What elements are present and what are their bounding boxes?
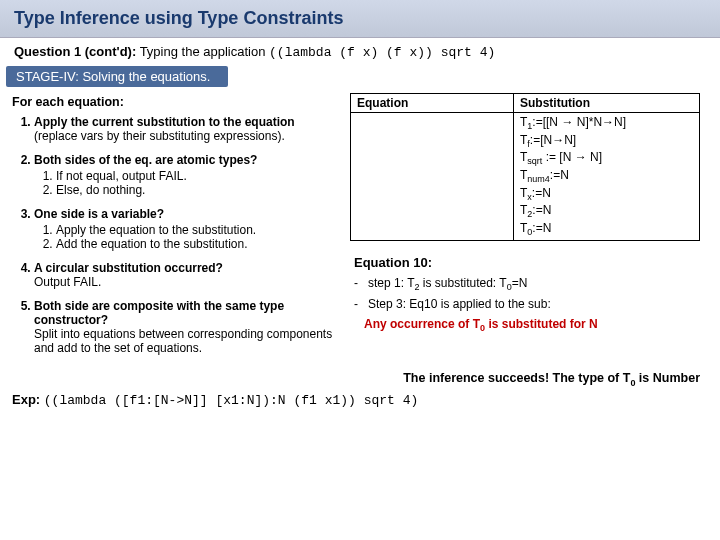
arrow-icon	[602, 115, 614, 129]
question-label: Question 1 (cont'd):	[14, 44, 136, 59]
question-code: ((lambda (f x) (f x)) sqrt 4)	[269, 45, 495, 60]
stage-label: STAGE-IV: Solving the equations.	[6, 66, 228, 87]
exp-line: Exp: ((lambda ([f1:[N->N]] [x1:N]):N (f1…	[0, 390, 720, 410]
step-2: Both sides of the eq. are atomic types? …	[34, 153, 340, 197]
step-1: Apply the current substitution to the eq…	[34, 115, 340, 143]
equation-table: Equation Substitution T1:=[[N N]*NN] Tf:…	[350, 93, 700, 241]
th-equation: Equation	[351, 94, 514, 113]
final-line: The inference succeeds! The type of T0 i…	[0, 365, 720, 390]
equation-10-title: Equation 10:	[354, 255, 700, 270]
equation-cell	[351, 113, 514, 241]
right-column: Equation Substitution T1:=[[N N]*NN] Tf:…	[350, 91, 700, 365]
th-substitution: Substitution	[514, 94, 700, 113]
substitution-cell: T1:=[[N N]*NN] Tf:=[NN] Tsqrt := [N N] T…	[514, 113, 700, 241]
eq10-step1: step 1: T2 is substituted: T0=N	[354, 276, 700, 292]
arrow-icon	[575, 150, 587, 164]
arrow-icon	[552, 133, 564, 147]
slide-title: Type Inference using Type Constraints	[0, 0, 720, 38]
equation-10-steps: step 1: T2 is substituted: T0=N Step 3: …	[350, 276, 700, 310]
left-column: For each equation: Apply the current sub…	[10, 91, 340, 365]
for-each-label: For each equation:	[12, 95, 340, 109]
step-5: Both side are composite with the same ty…	[34, 299, 340, 355]
step-3: One side is a variable? Apply the equati…	[34, 207, 340, 251]
eq10-step3: Step 3: Eq10 is applied to the sub:	[354, 297, 700, 311]
question-lead: Typing the application	[140, 44, 266, 59]
step-4: A circular substitution occurred? Output…	[34, 261, 340, 289]
question-line: Question 1 (cont'd): Typing the applicat…	[0, 38, 720, 64]
exp-code: ((lambda ([f1:[N->N]] [x1:N]):N (f1 x1))…	[44, 393, 418, 408]
exp-label: Exp:	[12, 392, 40, 407]
arrow-icon	[561, 115, 573, 129]
red-conclusion: Any occurrence of T0 is substituted for …	[364, 317, 700, 333]
